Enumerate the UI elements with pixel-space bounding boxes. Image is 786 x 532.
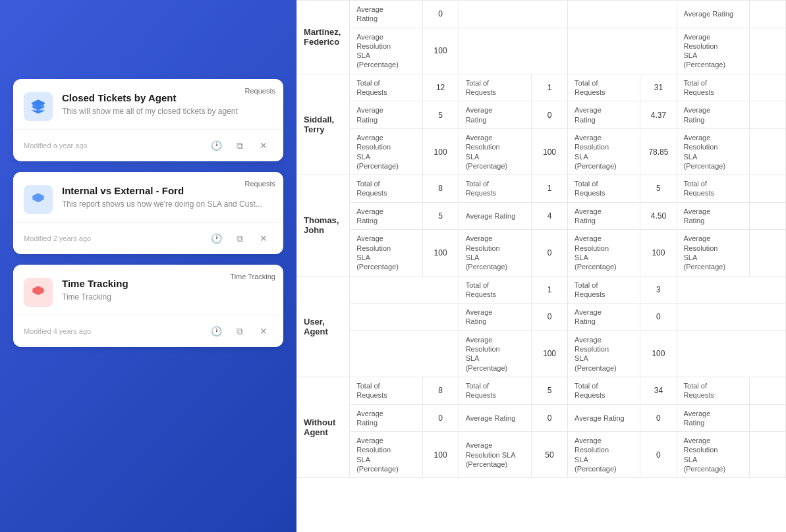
metric-value: [749, 74, 785, 101]
copy-button-3[interactable]: ⧉: [231, 322, 249, 340]
table-row: AverageResolutionSLA(Percentage) 100 Ave…: [297, 128, 786, 174]
metric-label: AverageResolution SLA(Percentage): [459, 432, 531, 478]
table-row: Martinez,Federico AverageRating 0 Averag…: [297, 1, 786, 28]
metric-label: Total ofRequests: [350, 377, 422, 404]
metric-value: 50: [531, 432, 567, 478]
metric-label: AverageResolutionSLA(Percentage): [350, 230, 422, 276]
card-desc-3: Time Tracking: [62, 292, 128, 303]
metric-label: Average Rating: [459, 202, 531, 230]
metric-label: AverageRating: [568, 202, 640, 230]
table-row: AverageResolutionSLA(Percentage) 100 Ave…: [297, 230, 786, 276]
metric-value: 3: [640, 276, 677, 304]
metric-value: 0: [640, 404, 677, 432]
metric-label: AverageResolutionSLA(Percentage): [677, 432, 749, 478]
metric-label: AverageResolutionSLA(Percentage): [568, 230, 640, 276]
card-icon-1: [24, 92, 53, 121]
card-desc-1: This will show me all of my closed ticke…: [62, 106, 238, 117]
metric-label: Total ofRequests: [677, 74, 749, 101]
report-card-closed-tickets: Requests Closed Tickets by Agent This wi…: [13, 79, 283, 161]
empty-cell: [459, 28, 567, 74]
card-tag-time-tracking: Time Tracking: [230, 273, 275, 280]
metric-label: AverageRating: [459, 304, 531, 331]
agent-metrics-table: Martinez,Federico AverageRating 0 Averag…: [296, 0, 786, 478]
metric-value: [749, 404, 785, 432]
metric-label: Total ofRequests: [568, 377, 640, 404]
metric-label: AverageRating: [677, 101, 749, 129]
metric-label: AverageRating: [568, 304, 640, 331]
close-button-3[interactable]: ✕: [254, 322, 273, 340]
card-content-3: Time Tracking Time Tracking: [62, 278, 128, 303]
metric-value: 0: [640, 304, 677, 331]
metric-value: 0: [422, 1, 459, 28]
metric-value: 5: [531, 377, 567, 404]
agent-name-without-agent: WithoutAgent: [297, 377, 350, 477]
card-footer-3: Modified 4 years ago 🕐 ⧉ ✕: [13, 315, 283, 347]
table-row: WithoutAgent Total ofRequests 8 Total of…: [297, 377, 786, 404]
metric-value: 34: [640, 377, 677, 404]
clock-button-2[interactable]: 🕐: [207, 229, 225, 248]
empty-cell: [677, 276, 785, 304]
card-title-1: Closed Tickets by Agent: [62, 92, 238, 103]
metric-label: AverageResolutionSLA(Percentage): [350, 432, 422, 478]
card-icon-3: [24, 278, 53, 307]
table-row: AverageResolutionSLA(Percentage) 100 Ave…: [297, 432, 786, 478]
empty-cell: [350, 304, 459, 331]
table-row: AverageRating 5 AverageRating 0 AverageR…: [297, 101, 786, 129]
metric-value: 8: [422, 175, 459, 203]
close-button-2[interactable]: ✕: [254, 229, 273, 248]
card-tag-requests-2: Requests: [245, 180, 275, 188]
left-panel: Requests Closed Tickets by Agent This wi…: [0, 0, 296, 532]
metric-label: Total ofRequests: [568, 175, 640, 203]
card-icon-2: [24, 185, 53, 214]
metric-label: AverageRating: [350, 202, 422, 230]
metric-label: Total ofRequests: [459, 276, 531, 304]
copy-button-2[interactable]: ⧉: [231, 229, 249, 248]
empty-cell: [677, 331, 785, 377]
metric-value: [749, 28, 785, 74]
metric-value: 1: [531, 74, 567, 101]
metric-value: [749, 101, 785, 129]
metric-value: 4.37: [640, 101, 677, 129]
clock-button-3[interactable]: 🕐: [207, 322, 225, 340]
metric-value: 100: [531, 331, 567, 377]
table-row: Thomas,John Total ofRequests 8 Total ofR…: [297, 175, 786, 203]
agent-name-thomas: Thomas,John: [297, 175, 350, 276]
metric-value: 100: [422, 432, 459, 478]
metric-label: AverageResolutionSLA(Percentage): [568, 331, 640, 377]
metric-value: [749, 202, 785, 230]
metric-label: AverageResolutionSLA(Percentage): [568, 128, 640, 174]
metric-label: Total ofRequests: [568, 276, 640, 304]
metric-value: 0: [531, 404, 567, 432]
metric-label: AverageResolutionSLA(Percentage): [677, 128, 749, 174]
close-button-1[interactable]: ✕: [254, 136, 273, 155]
metric-value: 100: [640, 230, 677, 276]
metric-label: Total ofRequests: [459, 377, 531, 404]
card-footer-2: Modified 2 years ago 🕐 ⧉ ✕: [13, 222, 283, 254]
table-row: AverageRating 0 AverageRating 0: [297, 304, 786, 331]
empty-cell: [568, 1, 677, 28]
metric-value: 5: [422, 202, 459, 230]
metric-label: AverageRating: [677, 202, 749, 230]
metric-label: AverageResolutionSLA(Percentage): [350, 28, 422, 74]
clock-button-1[interactable]: 🕐: [207, 136, 225, 155]
metric-value: 31: [640, 74, 677, 101]
metric-value: 100: [422, 230, 459, 276]
metric-value: 100: [422, 28, 459, 74]
card-modified-2: Modified 2 years ago: [24, 234, 91, 242]
metric-value: 0: [422, 404, 459, 432]
table-row: AverageResolutionSLA(Percentage) 100 Ave…: [297, 331, 786, 377]
copy-button-1[interactable]: ⧉: [231, 136, 249, 155]
card-title-3: Time Tracking: [62, 278, 128, 289]
metric-value: 1: [531, 276, 567, 304]
metric-value: [749, 128, 785, 174]
metric-label: AverageResolutionSLA(Percentage): [459, 128, 531, 174]
metric-value: 100: [422, 128, 459, 174]
agent-name-martinez: Martinez,Federico: [297, 1, 350, 74]
empty-cell: [459, 1, 567, 28]
metric-label: Total ofRequests: [677, 175, 749, 203]
metric-label: AverageRating: [350, 101, 422, 129]
metric-label: AverageResolutionSLA(Percentage): [459, 230, 531, 276]
metric-value: 4.50: [640, 202, 677, 230]
table-row: AverageResolutionSLA(Percentage) 100 Ave…: [297, 28, 786, 74]
empty-cell: [568, 28, 677, 74]
